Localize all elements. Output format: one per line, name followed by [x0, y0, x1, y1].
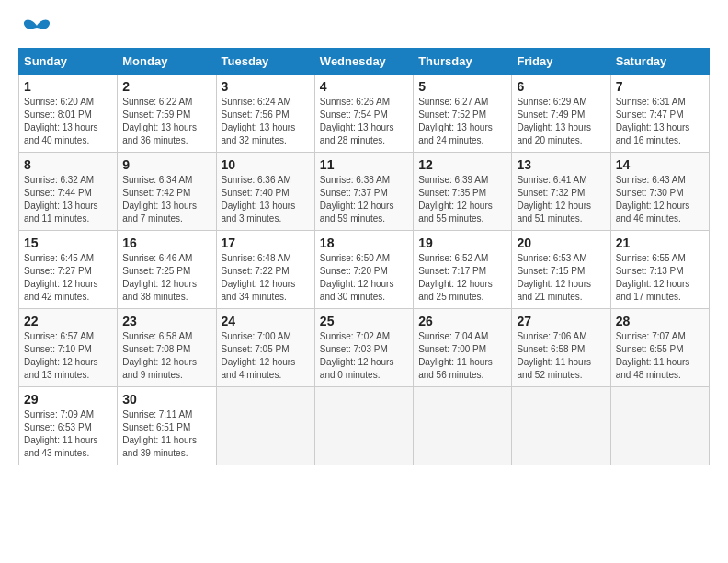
calendar-week-row: 22Sunrise: 6:57 AM Sunset: 7:10 PM Dayli… — [19, 309, 710, 387]
day-info: Sunrise: 6:34 AM Sunset: 7:42 PM Dayligh… — [122, 174, 210, 225]
calendar-cell: 6Sunrise: 6:29 AM Sunset: 7:49 PM Daylig… — [512, 75, 610, 153]
day-number: 27 — [517, 314, 605, 328]
day-number: 26 — [418, 314, 506, 328]
calendar-week-row: 8Sunrise: 6:32 AM Sunset: 7:44 PM Daylig… — [19, 153, 710, 231]
day-number: 12 — [418, 157, 506, 172]
day-number: 1 — [24, 79, 112, 94]
calendar-cell: 28Sunrise: 7:07 AM Sunset: 6:55 PM Dayli… — [610, 309, 709, 387]
calendar-cell: 9Sunrise: 6:34 AM Sunset: 7:42 PM Daylig… — [118, 153, 216, 231]
day-number: 22 — [24, 314, 112, 328]
day-number: 28 — [616, 314, 704, 328]
day-info: Sunrise: 7:09 AM Sunset: 6:53 PM Dayligh… — [24, 408, 112, 460]
calendar-cell: 17Sunrise: 6:48 AM Sunset: 7:22 PM Dayli… — [216, 231, 314, 309]
calendar-cell: 23Sunrise: 6:58 AM Sunset: 7:08 PM Dayli… — [118, 309, 216, 387]
calendar-week-row: 15Sunrise: 6:45 AM Sunset: 7:27 PM Dayli… — [19, 231, 710, 309]
day-number: 8 — [24, 157, 112, 172]
calendar-cell — [414, 387, 512, 465]
day-info: Sunrise: 7:02 AM Sunset: 7:03 PM Dayligh… — [320, 330, 408, 382]
calendar-cell: 14Sunrise: 6:43 AM Sunset: 7:30 PM Dayli… — [610, 153, 709, 231]
day-number: 24 — [222, 314, 310, 328]
calendar-cell: 16Sunrise: 6:46 AM Sunset: 7:25 PM Dayli… — [118, 231, 216, 309]
day-header-saturday: Saturday — [610, 49, 709, 75]
day-number: 23 — [122, 314, 210, 328]
calendar-cell — [314, 387, 413, 465]
day-info: Sunrise: 6:31 AM Sunset: 7:47 PM Dayligh… — [616, 96, 704, 147]
calendar-cell: 1Sunrise: 6:20 AM Sunset: 8:01 PM Daylig… — [19, 75, 118, 153]
day-number: 5 — [418, 79, 506, 94]
day-number: 15 — [24, 236, 112, 250]
calendar-cell: 13Sunrise: 6:41 AM Sunset: 7:32 PM Dayli… — [512, 153, 610, 231]
day-number: 19 — [418, 236, 506, 250]
day-number: 29 — [24, 392, 112, 407]
calendar-cell: 27Sunrise: 7:06 AM Sunset: 6:58 PM Dayli… — [512, 309, 610, 387]
day-info: Sunrise: 6:48 AM Sunset: 7:22 PM Dayligh… — [222, 252, 310, 304]
day-info: Sunrise: 6:41 AM Sunset: 7:32 PM Dayligh… — [517, 174, 605, 225]
day-info: Sunrise: 6:50 AM Sunset: 7:20 PM Dayligh… — [320, 252, 408, 304]
day-header-sunday: Sunday — [19, 49, 118, 75]
calendar-cell: 19Sunrise: 6:52 AM Sunset: 7:17 PM Dayli… — [414, 231, 512, 309]
day-number: 11 — [320, 157, 408, 172]
day-info: Sunrise: 7:07 AM Sunset: 6:55 PM Dayligh… — [616, 330, 704, 382]
calendar-cell: 4Sunrise: 6:26 AM Sunset: 7:54 PM Daylig… — [314, 75, 413, 153]
calendar-table: SundayMondayTuesdayWednesdayThursdayFrid… — [18, 48, 710, 465]
day-info: Sunrise: 6:39 AM Sunset: 7:35 PM Dayligh… — [418, 174, 506, 225]
day-info: Sunrise: 6:53 AM Sunset: 7:15 PM Dayligh… — [517, 252, 605, 304]
day-info: Sunrise: 6:46 AM Sunset: 7:25 PM Dayligh… — [122, 252, 210, 304]
day-info: Sunrise: 6:36 AM Sunset: 7:40 PM Dayligh… — [222, 174, 310, 225]
calendar-cell: 24Sunrise: 7:00 AM Sunset: 7:05 PM Dayli… — [216, 309, 314, 387]
calendar-cell — [216, 387, 314, 465]
day-info: Sunrise: 7:00 AM Sunset: 7:05 PM Dayligh… — [222, 330, 310, 382]
calendar-cell: 18Sunrise: 6:50 AM Sunset: 7:20 PM Dayli… — [314, 231, 413, 309]
day-number: 7 — [616, 79, 704, 94]
day-info: Sunrise: 6:27 AM Sunset: 7:52 PM Dayligh… — [418, 96, 506, 147]
day-number: 30 — [122, 392, 210, 407]
day-number: 3 — [222, 79, 310, 94]
day-info: Sunrise: 6:43 AM Sunset: 7:30 PM Dayligh… — [616, 174, 704, 225]
day-info: Sunrise: 6:32 AM Sunset: 7:44 PM Dayligh… — [24, 174, 112, 225]
calendar-header-row: SundayMondayTuesdayWednesdayThursdayFrid… — [19, 49, 710, 75]
day-info: Sunrise: 6:55 AM Sunset: 7:13 PM Dayligh… — [616, 252, 704, 304]
calendar-cell: 12Sunrise: 6:39 AM Sunset: 7:35 PM Dayli… — [414, 153, 512, 231]
day-info: Sunrise: 6:26 AM Sunset: 7:54 PM Dayligh… — [320, 96, 408, 147]
day-number: 10 — [222, 157, 310, 172]
day-number: 25 — [320, 314, 408, 328]
day-header-wednesday: Wednesday — [314, 49, 413, 75]
day-info: Sunrise: 7:11 AM Sunset: 6:51 PM Dayligh… — [122, 408, 210, 460]
day-info: Sunrise: 6:24 AM Sunset: 7:56 PM Dayligh… — [222, 96, 310, 147]
day-header-friday: Friday — [512, 49, 610, 75]
day-number: 2 — [122, 79, 210, 94]
day-info: Sunrise: 6:45 AM Sunset: 7:27 PM Dayligh… — [24, 252, 112, 304]
day-info: Sunrise: 6:38 AM Sunset: 7:37 PM Dayligh… — [320, 174, 408, 225]
day-header-thursday: Thursday — [414, 49, 512, 75]
calendar-cell: 20Sunrise: 6:53 AM Sunset: 7:15 PM Dayli… — [512, 231, 610, 309]
calendar-week-row: 1Sunrise: 6:20 AM Sunset: 8:01 PM Daylig… — [19, 75, 710, 153]
calendar-cell: 26Sunrise: 7:04 AM Sunset: 7:00 PM Dayli… — [414, 309, 512, 387]
day-info: Sunrise: 6:29 AM Sunset: 7:49 PM Dayligh… — [517, 96, 605, 147]
calendar-cell: 11Sunrise: 6:38 AM Sunset: 7:37 PM Dayli… — [314, 153, 413, 231]
calendar-cell — [610, 387, 709, 465]
day-number: 14 — [616, 157, 704, 172]
day-info: Sunrise: 6:22 AM Sunset: 7:59 PM Dayligh… — [122, 96, 210, 147]
day-number: 9 — [122, 157, 210, 172]
calendar-cell: 5Sunrise: 6:27 AM Sunset: 7:52 PM Daylig… — [414, 75, 512, 153]
day-info: Sunrise: 6:57 AM Sunset: 7:10 PM Dayligh… — [24, 330, 112, 382]
calendar-cell: 3Sunrise: 6:24 AM Sunset: 7:56 PM Daylig… — [216, 75, 314, 153]
calendar-cell: 7Sunrise: 6:31 AM Sunset: 7:47 PM Daylig… — [610, 75, 709, 153]
calendar-cell: 30Sunrise: 7:11 AM Sunset: 6:51 PM Dayli… — [118, 387, 216, 465]
day-number: 18 — [320, 236, 408, 250]
day-number: 17 — [222, 236, 310, 250]
day-number: 6 — [517, 79, 605, 94]
calendar-cell: 10Sunrise: 6:36 AM Sunset: 7:40 PM Dayli… — [216, 153, 314, 231]
calendar-cell: 2Sunrise: 6:22 AM Sunset: 7:59 PM Daylig… — [118, 75, 216, 153]
calendar-week-row: 29Sunrise: 7:09 AM Sunset: 6:53 PM Dayli… — [19, 387, 710, 465]
logo-bird-icon — [22, 18, 51, 39]
calendar-cell: 25Sunrise: 7:02 AM Sunset: 7:03 PM Dayli… — [314, 309, 413, 387]
day-number: 20 — [517, 236, 605, 250]
day-header-tuesday: Tuesday — [216, 49, 314, 75]
day-info: Sunrise: 6:52 AM Sunset: 7:17 PM Dayligh… — [418, 252, 506, 304]
page-header — [18, 18, 710, 39]
calendar-cell: 8Sunrise: 6:32 AM Sunset: 7:44 PM Daylig… — [19, 153, 118, 231]
day-number: 13 — [517, 157, 605, 172]
day-info: Sunrise: 6:58 AM Sunset: 7:08 PM Dayligh… — [122, 330, 210, 382]
day-number: 4 — [320, 79, 408, 94]
